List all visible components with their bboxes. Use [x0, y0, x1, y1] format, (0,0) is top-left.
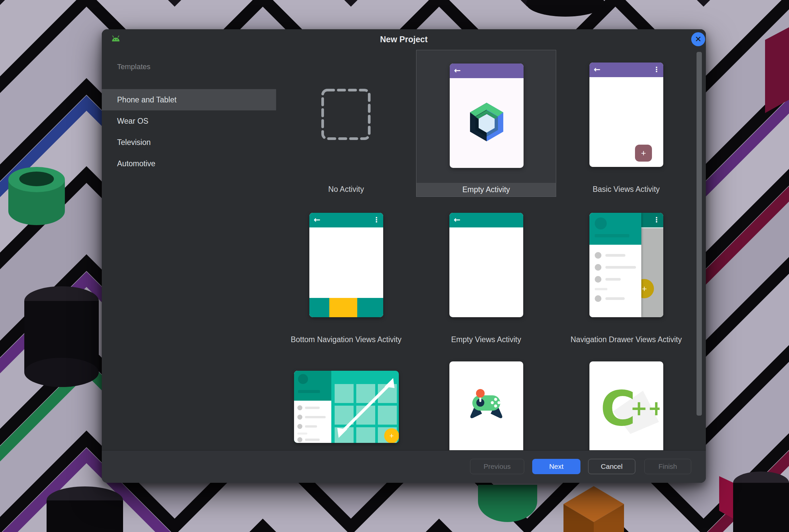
previous-button: Previous [470, 459, 524, 474]
template-label: No Activity [276, 183, 416, 196]
bottom-nav-bar [309, 298, 383, 317]
list-line [605, 278, 621, 281]
vertical-scrollbar[interactable] [697, 52, 702, 416]
sidebar-header: Templates [117, 62, 260, 74]
avatar [298, 374, 308, 384]
list-bullet [595, 264, 601, 271]
template-card-native-cpp[interactable]: C ++ [589, 361, 663, 450]
drawer-panel [589, 213, 641, 317]
cpp-logo: C ++ [593, 375, 660, 435]
drawer-title-bar [595, 234, 630, 238]
dialog-footer: Previous Next Cancel Finish [102, 450, 706, 483]
list-line [305, 425, 317, 428]
list-line [605, 297, 625, 300]
template-card-no-activity[interactable]: No Activity [276, 49, 416, 196]
thumbnail-appbar: ← ⋮ [589, 62, 663, 77]
sidebar-item-wear-os[interactable]: Wear OS [102, 110, 276, 132]
gamepad-icon [466, 383, 506, 419]
list-bullet [595, 276, 601, 283]
template-card-empty-views-activity[interactable]: ← Empty Views Activity [416, 200, 556, 346]
basic-views-thumbnail: ← ⋮ + [589, 62, 663, 167]
template-card-game-activity[interactable] [449, 361, 523, 450]
thumbnail-appbar: ← ⋮ [309, 213, 383, 227]
navigation-drawer-thumbnail: ⋮ + [589, 213, 663, 317]
back-arrow-icon: ← [454, 215, 461, 225]
template-label: Empty Views Activity [416, 333, 556, 346]
list-line [605, 266, 636, 269]
back-arrow-icon: ← [454, 66, 461, 75]
sidebar-item-television[interactable]: Television [102, 132, 276, 153]
list-bullet [297, 437, 302, 442]
template-label: Navigation Drawer Views Activity [556, 333, 696, 346]
list-bullet [595, 252, 601, 259]
list-bullet [297, 424, 302, 429]
new-project-dialog: New Project ✕ Templates Phone and Tablet… [102, 29, 706, 483]
dialog-titlebar: New Project ✕ [102, 29, 706, 50]
list-bullet [297, 415, 302, 420]
jetpack-compose-logo [468, 101, 505, 142]
kebab-menu-icon: ⋮ [653, 65, 660, 74]
template-card-primary-detail-flow[interactable]: + [294, 371, 399, 443]
list-subheader-line [595, 288, 607, 290]
list-line [305, 407, 320, 409]
bottom-nav-selected-segment [329, 298, 357, 317]
list-line [305, 416, 326, 418]
kebab-menu-icon: ⋮ [373, 216, 380, 224]
template-label: Empty Activity [416, 183, 556, 196]
cancel-button[interactable]: Cancel [588, 459, 635, 474]
list-line [305, 439, 320, 441]
list-subheader-line [297, 433, 307, 435]
list-bullet [297, 405, 302, 410]
no-activity-icon [321, 89, 371, 140]
kebab-menu-icon: ⋮ [653, 216, 660, 224]
sidebar-item-automotive[interactable]: Automotive [102, 153, 276, 174]
empty-views-thumbnail: ← [449, 213, 523, 317]
template-card-empty-activity[interactable]: ← Empty Activity [416, 50, 556, 197]
list-line [605, 254, 625, 257]
thumbnail-appbar: ← [449, 213, 523, 227]
drawer-panel [294, 371, 331, 443]
template-label: Basic Views Activity [556, 183, 696, 196]
empty-activity-thumbnail: ← [450, 63, 524, 168]
template-card-navigation-drawer-views-activity[interactable]: ⋮ + [556, 200, 696, 346]
list-bullet [595, 295, 601, 302]
template-grid: No Activity ← Empty Activity [276, 49, 706, 450]
drawer-header [294, 371, 331, 401]
back-arrow-icon: ← [314, 215, 320, 225]
bottom-navigation-thumbnail: ← ⋮ [309, 213, 383, 317]
sidebar-item-phone-and-tablet[interactable]: Phone and Tablet [102, 89, 276, 110]
drawer-title-bar [298, 390, 320, 393]
avatar [595, 217, 607, 229]
template-label: Bottom Navigation Views Activity [276, 333, 416, 346]
templates-sidebar: Templates Phone and Tablet Wear OS Telev… [102, 49, 277, 450]
fab-plus-icon: + [384, 428, 399, 443]
svg-text:++: ++ [630, 396, 660, 420]
template-card-bottom-navigation-views-activity[interactable]: ← ⋮ Bottom Navigation Views Activity [276, 200, 416, 346]
drawer-header [589, 213, 641, 245]
next-button[interactable]: Next [532, 459, 580, 474]
close-button[interactable]: ✕ [691, 32, 705, 46]
dialog-title: New Project [102, 29, 706, 49]
thumbnail-appbar: ← [450, 63, 524, 78]
back-arrow-icon: ← [594, 65, 600, 74]
finish-button: Finish [644, 459, 691, 474]
fab-plus-icon: + [635, 145, 652, 162]
template-card-basic-views-activity[interactable]: ← ⋮ + Basic Views Activity [556, 49, 696, 196]
